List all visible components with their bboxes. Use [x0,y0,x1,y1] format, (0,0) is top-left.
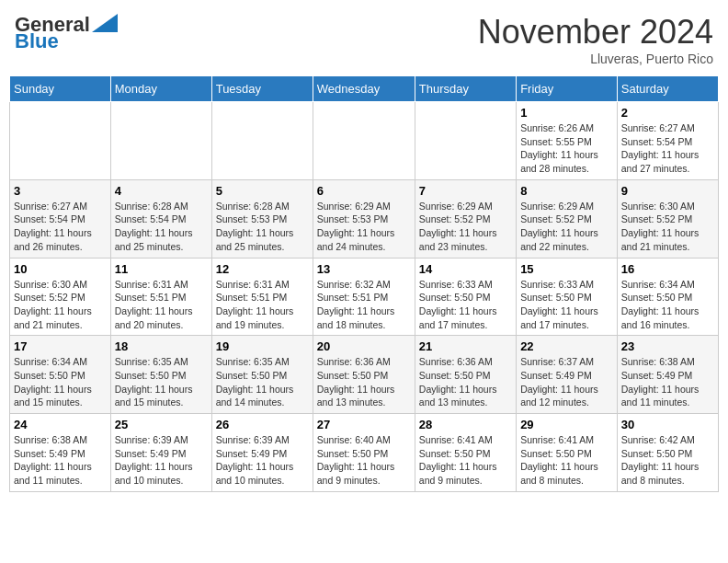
calendar-table: SundayMondayTuesdayWednesdayThursdayFrid… [9,75,719,492]
calendar-cell: 18Sunrise: 6:35 AM Sunset: 5:50 PM Dayli… [110,336,211,414]
day-number: 19 [216,339,309,353]
calendar-cell: 17Sunrise: 6:34 AM Sunset: 5:50 PM Dayli… [10,336,111,414]
day-info: Sunrise: 6:42 AM Sunset: 5:50 PM Dayligh… [621,433,714,488]
day-number: 11 [115,262,208,276]
day-info: Sunrise: 6:30 AM Sunset: 5:52 PM Dayligh… [621,200,714,254]
day-info: Sunrise: 6:28 AM Sunset: 5:53 PM Dayligh… [216,200,309,254]
month-title: November 2024 [478,13,713,52]
day-number: 12 [216,262,309,276]
weekday-header-row: SundayMondayTuesdayWednesdayThursdayFrid… [10,76,719,102]
page-header: General Blue November 2024 Lluveras, Pue… [9,9,719,70]
day-number: 26 [216,418,309,431]
title-block: November 2024 Lluveras, Puerto Rico [478,13,713,66]
day-number: 14 [419,262,512,276]
day-info: Sunrise: 6:38 AM Sunset: 5:49 PM Dayligh… [14,433,107,488]
calendar-cell: 3Sunrise: 6:27 AM Sunset: 5:54 PM Daylig… [10,179,111,258]
calendar-cell: 28Sunrise: 6:41 AM Sunset: 5:50 PM Dayli… [415,414,516,492]
day-number: 7 [419,184,512,198]
calendar-cell: 24Sunrise: 6:38 AM Sunset: 5:49 PM Dayli… [10,414,111,492]
day-info: Sunrise: 6:30 AM Sunset: 5:52 PM Dayligh… [14,278,107,332]
day-info: Sunrise: 6:35 AM Sunset: 5:50 PM Dayligh… [216,355,309,409]
day-number: 2 [621,106,714,120]
day-number: 20 [317,339,411,353]
weekday-header: Thursday [415,76,516,102]
calendar-cell [110,102,211,180]
day-number: 5 [216,184,309,198]
calendar-cell: 11Sunrise: 6:31 AM Sunset: 5:51 PM Dayli… [110,258,211,336]
day-info: Sunrise: 6:41 AM Sunset: 5:50 PM Dayligh… [419,433,512,488]
weekday-header: Wednesday [313,76,415,102]
day-info: Sunrise: 6:36 AM Sunset: 5:50 PM Dayligh… [317,355,411,409]
calendar-cell: 13Sunrise: 6:32 AM Sunset: 5:51 PM Dayli… [313,258,415,336]
calendar-cell: 23Sunrise: 6:38 AM Sunset: 5:49 PM Dayli… [617,336,718,414]
day-info: Sunrise: 6:38 AM Sunset: 5:49 PM Dayligh… [621,355,714,409]
day-info: Sunrise: 6:40 AM Sunset: 5:50 PM Dayligh… [317,433,411,488]
calendar-cell: 27Sunrise: 6:40 AM Sunset: 5:50 PM Dayli… [313,414,415,492]
calendar-cell: 25Sunrise: 6:39 AM Sunset: 5:49 PM Dayli… [110,414,211,492]
calendar-cell: 21Sunrise: 6:36 AM Sunset: 5:50 PM Dayli… [415,336,516,414]
calendar-week-row: 10Sunrise: 6:30 AM Sunset: 5:52 PM Dayli… [10,258,719,336]
svg-marker-0 [92,14,118,32]
weekday-header: Sunday [10,76,111,102]
day-number: 24 [14,418,107,431]
day-number: 18 [115,339,208,353]
day-info: Sunrise: 6:39 AM Sunset: 5:49 PM Dayligh… [115,433,208,488]
day-number: 23 [621,339,714,353]
calendar-cell: 4Sunrise: 6:28 AM Sunset: 5:54 PM Daylig… [110,179,211,258]
day-info: Sunrise: 6:29 AM Sunset: 5:52 PM Dayligh… [419,200,512,254]
calendar-cell [415,102,516,180]
calendar-cell: 12Sunrise: 6:31 AM Sunset: 5:51 PM Dayli… [211,258,313,336]
calendar-cell: 26Sunrise: 6:39 AM Sunset: 5:49 PM Dayli… [211,414,313,492]
day-info: Sunrise: 6:26 AM Sunset: 5:55 PM Dayligh… [520,121,613,176]
calendar-cell: 7Sunrise: 6:29 AM Sunset: 5:52 PM Daylig… [415,179,516,258]
day-info: Sunrise: 6:36 AM Sunset: 5:50 PM Dayligh… [419,355,512,409]
day-number: 28 [419,418,512,431]
day-number: 21 [419,339,512,353]
day-number: 25 [115,418,208,431]
logo: General Blue [15,13,118,53]
day-info: Sunrise: 6:32 AM Sunset: 5:51 PM Dayligh… [317,278,411,332]
day-info: Sunrise: 6:33 AM Sunset: 5:50 PM Dayligh… [520,278,613,332]
calendar-cell [313,102,415,180]
day-info: Sunrise: 6:34 AM Sunset: 5:50 PM Dayligh… [621,278,714,332]
calendar-cell: 14Sunrise: 6:33 AM Sunset: 5:50 PM Dayli… [415,258,516,336]
day-info: Sunrise: 6:27 AM Sunset: 5:54 PM Dayligh… [621,121,714,176]
day-number: 27 [317,418,411,431]
calendar-cell: 10Sunrise: 6:30 AM Sunset: 5:52 PM Dayli… [10,258,111,336]
day-info: Sunrise: 6:29 AM Sunset: 5:53 PM Dayligh… [317,200,411,254]
day-info: Sunrise: 6:35 AM Sunset: 5:50 PM Dayligh… [115,355,208,409]
weekday-header: Friday [517,76,618,102]
logo-icon [92,14,118,32]
day-number: 30 [621,418,714,431]
day-number: 4 [115,184,208,198]
calendar-cell [10,102,111,180]
calendar-cell: 30Sunrise: 6:42 AM Sunset: 5:50 PM Dayli… [617,414,718,492]
day-info: Sunrise: 6:31 AM Sunset: 5:51 PM Dayligh… [115,278,208,332]
calendar-week-row: 3Sunrise: 6:27 AM Sunset: 5:54 PM Daylig… [10,179,719,258]
calendar-cell: 2Sunrise: 6:27 AM Sunset: 5:54 PM Daylig… [617,102,718,180]
day-info: Sunrise: 6:27 AM Sunset: 5:54 PM Dayligh… [14,200,107,254]
calendar-cell: 19Sunrise: 6:35 AM Sunset: 5:50 PM Dayli… [211,336,313,414]
day-info: Sunrise: 6:34 AM Sunset: 5:50 PM Dayligh… [14,355,107,409]
day-number: 29 [520,418,613,431]
calendar-cell: 9Sunrise: 6:30 AM Sunset: 5:52 PM Daylig… [617,179,718,258]
calendar-cell: 29Sunrise: 6:41 AM Sunset: 5:50 PM Dayli… [517,414,618,492]
location: Lluveras, Puerto Rico [478,52,713,66]
calendar-week-row: 24Sunrise: 6:38 AM Sunset: 5:49 PM Dayli… [10,414,719,492]
day-number: 13 [317,262,411,276]
weekday-header: Tuesday [211,76,313,102]
calendar-cell: 16Sunrise: 6:34 AM Sunset: 5:50 PM Dayli… [617,258,718,336]
logo-text-blue: Blue [15,29,59,53]
calendar-cell: 22Sunrise: 6:37 AM Sunset: 5:49 PM Dayli… [517,336,618,414]
calendar-cell [211,102,313,180]
day-info: Sunrise: 6:31 AM Sunset: 5:51 PM Dayligh… [216,278,309,332]
calendar-week-row: 1Sunrise: 6:26 AM Sunset: 5:55 PM Daylig… [10,102,719,180]
day-info: Sunrise: 6:37 AM Sunset: 5:49 PM Dayligh… [520,355,613,409]
calendar-cell: 5Sunrise: 6:28 AM Sunset: 5:53 PM Daylig… [211,179,313,258]
day-number: 3 [14,184,107,198]
day-info: Sunrise: 6:28 AM Sunset: 5:54 PM Dayligh… [115,200,208,254]
day-number: 22 [520,339,613,353]
day-number: 6 [317,184,411,198]
day-info: Sunrise: 6:33 AM Sunset: 5:50 PM Dayligh… [419,278,512,332]
day-number: 16 [621,262,714,276]
